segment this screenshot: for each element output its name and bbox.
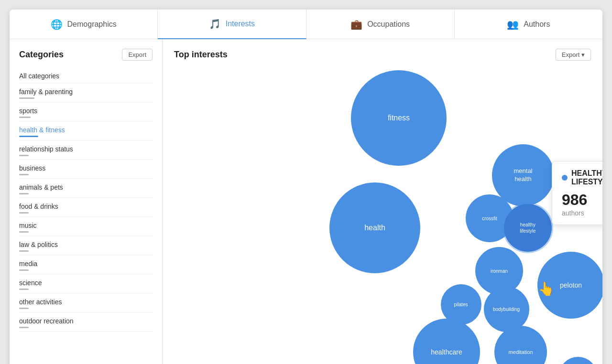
category-bar-sports: [19, 117, 31, 118]
category-item-relationship[interactable]: relationship status: [19, 140, 153, 160]
content-title: Top interests: [174, 50, 228, 60]
sidebar-title: Categories: [19, 50, 64, 60]
tab-authors[interactable]: 👥 Authors: [455, 10, 602, 39]
tab-occupations[interactable]: 💼 Occupations: [306, 10, 455, 39]
category-item-animals[interactable]: animals & pets: [19, 179, 153, 198]
content-area: Top interests Export ▾ fitnessmentalheal…: [163, 39, 602, 364]
bubble-healthy_lifestyle[interactable]: healthylifestyle: [504, 204, 552, 252]
tooltip-title-text: HEALTHY LIFESTYLE: [571, 169, 602, 186]
sidebar-export-button[interactable]: Export: [122, 49, 153, 61]
category-bar-family: [19, 97, 34, 99]
bubble-sober[interactable]: sober: [559, 357, 597, 364]
authors-icon: 👥: [507, 19, 519, 30]
category-item-family[interactable]: family & parenting: [19, 83, 153, 102]
occupations-icon: 💼: [350, 19, 362, 30]
category-bar-media: [19, 269, 29, 271]
category-bar-outdoor: [19, 327, 29, 328]
main-container: 🌐 Demographics 🎵 Interests 💼 Occupations…: [10, 10, 602, 364]
tab-demographics-label: Demographics: [67, 20, 117, 29]
category-bar-science: [19, 289, 29, 290]
bubble-tooltip: HEALTHY LIFESTYLE 986 authors: [552, 161, 602, 225]
bubble-chart: fitnessmentalhealthhealthcrossfithealthy…: [174, 70, 591, 364]
tooltip-label: authors: [562, 209, 602, 217]
category-bar-relationship: [19, 155, 29, 156]
sidebar-header: Categories Export: [19, 49, 153, 61]
tooltip-count: 986: [562, 192, 602, 207]
category-item-law[interactable]: law & politics: [19, 236, 153, 255]
tab-authors-label: Authors: [524, 20, 550, 29]
category-item-sports[interactable]: sports: [19, 102, 153, 121]
category-item-food[interactable]: food & drinks: [19, 198, 153, 217]
category-bar-animals: [19, 193, 29, 194]
tooltip-dot: [562, 175, 568, 181]
demographics-icon: 🌐: [51, 19, 63, 30]
category-item-all[interactable]: All categories: [19, 69, 153, 83]
content-header: Top interests Export ▾: [174, 49, 591, 61]
category-bar-health_fitness: [19, 136, 38, 137]
interests-icon: 🎵: [209, 18, 221, 30]
content-export-button[interactable]: Export ▾: [556, 49, 591, 61]
category-item-music[interactable]: music: [19, 217, 153, 236]
category-bar-other: [19, 308, 29, 309]
category-item-other[interactable]: other activities: [19, 293, 153, 312]
category-item-outdoor[interactable]: outdoor recreation: [19, 312, 153, 332]
tab-occupations-label: Occupations: [367, 20, 410, 29]
category-bar-law: [19, 250, 29, 252]
category-item-health_fitness[interactable]: health & fitness: [19, 121, 153, 140]
category-bar-food: [19, 212, 29, 214]
category-item-science[interactable]: science: [19, 274, 153, 293]
bubble-peloton[interactable]: peloton: [537, 252, 602, 319]
sidebar: Categories Export All categoriesfamily &…: [10, 39, 163, 364]
category-bar-music: [19, 231, 29, 233]
bubble-health[interactable]: health: [329, 182, 420, 273]
category-item-business[interactable]: business: [19, 160, 153, 179]
main-content: Categories Export All categoriesfamily &…: [10, 39, 602, 364]
category-bar-business: [19, 174, 29, 175]
tab-interests[interactable]: 🎵 Interests: [158, 10, 306, 39]
tooltip-title: HEALTHY LIFESTYLE: [562, 169, 602, 186]
bubble-fitness[interactable]: fitness: [351, 70, 447, 166]
category-list: All categoriesfamily & parentingsportshe…: [19, 69, 153, 332]
bubble-bodybuilding[interactable]: bodybuilding: [484, 287, 529, 332]
tab-interests-label: Interests: [226, 20, 255, 28]
tab-bar: 🌐 Demographics 🎵 Interests 💼 Occupations…: [10, 10, 602, 39]
category-item-media[interactable]: media: [19, 255, 153, 274]
tab-demographics[interactable]: 🌐 Demographics: [10, 10, 158, 39]
bubble-healthcare[interactable]: healthcare: [413, 319, 480, 364]
